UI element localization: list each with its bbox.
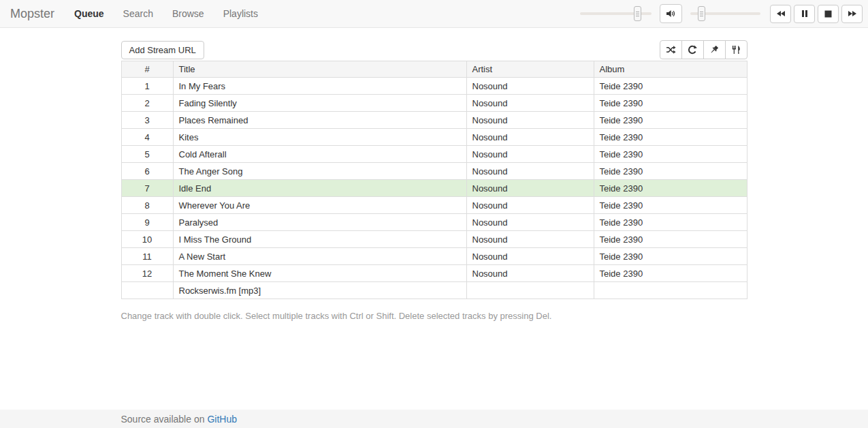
cell-num: 10	[121, 231, 173, 248]
table-row[interactable]: 12The Moment She KnewNosoundTeide 2390	[121, 265, 747, 282]
cell-title: Fading Silently	[173, 95, 466, 112]
cell-num: 11	[121, 248, 173, 265]
cell-artist: Nosound	[466, 197, 594, 214]
table-row[interactable]: 2Fading SilentlyNosoundTeide 2390	[121, 95, 747, 112]
cell-title: Places Remained	[173, 112, 466, 129]
cell-artist: Nosound	[466, 231, 594, 248]
cell-num: 2	[121, 95, 173, 112]
usage-hint: Change track with double click. Select m…	[121, 311, 748, 321]
pause-button[interactable]	[794, 5, 815, 23]
cell-num: 5	[121, 146, 173, 163]
navbar: Mopster QueueSearchBrowsePlaylists	[0, 0, 868, 28]
table-row[interactable]: Rockserwis.fm [mp3]	[121, 282, 747, 299]
navbar-items: QueueSearchBrowsePlaylists	[65, 0, 268, 27]
player-controls	[580, 0, 863, 27]
table-row[interactable]: 1In My FearsNosoundTeide 2390	[121, 78, 747, 95]
single-mode-button[interactable]	[703, 40, 726, 59]
cell-artist: Nosound	[466, 265, 594, 282]
footer-text: Source available on	[121, 414, 205, 425]
volume-up-icon	[666, 9, 676, 18]
cell-num: 1	[121, 78, 173, 95]
column-header: Title	[173, 61, 466, 78]
table-row[interactable]: 6The Anger SongNosoundTeide 2390	[121, 163, 747, 180]
volume-slider-handle[interactable]	[698, 6, 705, 21]
table-row[interactable]: 10I Miss The GroundNosoundTeide 2390	[121, 231, 747, 248]
shuffle-icon	[666, 45, 676, 55]
cell-artist: Nosound	[466, 112, 594, 129]
consume-mode-button[interactable]	[725, 40, 748, 59]
cell-album: Teide 2390	[594, 78, 747, 95]
volume-slider[interactable]	[690, 5, 760, 22]
cell-title: Kites	[173, 129, 466, 146]
cell-artist	[466, 282, 594, 299]
table-row[interactable]: 11A New StartNosoundTeide 2390	[121, 248, 747, 265]
table-row[interactable]: 8Wherever You AreNosoundTeide 2390	[121, 197, 747, 214]
cell-title: A New Start	[173, 248, 466, 265]
table-row[interactable]: 4KitesNosoundTeide 2390	[121, 129, 747, 146]
table-row[interactable]: 7Idle EndNosoundTeide 2390	[121, 180, 747, 197]
cell-title: Cold Afterall	[173, 146, 466, 163]
stop-icon	[824, 10, 832, 18]
github-link[interactable]: GitHub	[207, 414, 237, 425]
cell-album: Teide 2390	[594, 112, 747, 129]
cell-album: Teide 2390	[594, 197, 747, 214]
nav-item-queue[interactable]: Queue	[65, 0, 114, 27]
cell-album: Teide 2390	[594, 95, 747, 112]
queue-table-body: 1In My FearsNosoundTeide 23902Fading Sil…	[121, 78, 747, 299]
nav-item-browse[interactable]: Browse	[163, 0, 214, 27]
table-row[interactable]: 5Cold AfterallNosoundTeide 2390	[121, 146, 747, 163]
cell-album: Teide 2390	[594, 248, 747, 265]
shuffle-button[interactable]	[660, 40, 682, 59]
seek-slider[interactable]	[580, 5, 652, 22]
repeat-button[interactable]	[681, 40, 704, 59]
cell-album: Teide 2390	[594, 265, 747, 282]
cell-num: 7	[121, 180, 173, 197]
cell-title: I Miss The Ground	[173, 231, 466, 248]
nav-item-playlists[interactable]: Playlists	[214, 0, 268, 27]
seek-slider-handle[interactable]	[634, 6, 641, 21]
cell-num: 9	[121, 214, 173, 231]
cell-artist: Nosound	[466, 146, 594, 163]
volume-mute-button[interactable]	[660, 4, 682, 23]
cell-title: Rockserwis.fm [mp3]	[173, 282, 466, 299]
cell-num: 6	[121, 163, 173, 180]
cell-album	[594, 282, 747, 299]
table-row[interactable]: 9ParalysedNosoundTeide 2390	[121, 214, 747, 231]
cell-artist: Nosound	[466, 248, 594, 265]
cell-title: In My Fears	[173, 78, 466, 95]
column-header: Artist	[466, 61, 594, 78]
app-brand[interactable]: Mopster	[0, 7, 65, 21]
table-row[interactable]: 3Places RemainedNosoundTeide 2390	[121, 112, 747, 129]
cutlery-icon	[731, 45, 741, 55]
footer: Source available on GitHub	[0, 410, 868, 428]
cell-album: Teide 2390	[594, 129, 747, 146]
cell-artist: Nosound	[466, 95, 594, 112]
column-header: Album	[594, 61, 747, 78]
nav-item-search[interactable]: Search	[114, 0, 163, 27]
cell-album: Teide 2390	[594, 146, 747, 163]
next-button[interactable]	[841, 5, 863, 23]
stop-button[interactable]	[818, 5, 839, 23]
previous-button[interactable]	[770, 5, 791, 23]
cell-title: Wherever You Are	[173, 197, 466, 214]
add-stream-url-button[interactable]: Add Stream URL	[121, 41, 204, 59]
main-content: Add Stream URL	[121, 40, 748, 321]
repeat-icon	[688, 45, 697, 55]
cell-artist: Nosound	[466, 180, 594, 197]
pushpin-icon	[709, 45, 719, 55]
cell-album: Teide 2390	[594, 231, 747, 248]
cell-num: 3	[121, 112, 173, 129]
queue-toolbar: Add Stream URL	[121, 40, 748, 59]
cell-album: Teide 2390	[594, 163, 747, 180]
cell-title: The Moment She Knew	[173, 265, 466, 282]
cell-artist: Nosound	[466, 129, 594, 146]
cell-title: Idle End	[173, 180, 466, 197]
forward-icon	[848, 10, 857, 18]
column-header: #	[121, 61, 173, 78]
queue-table-header: #TitleArtistAlbum	[121, 61, 747, 78]
cell-album: Teide 2390	[594, 180, 747, 197]
cell-artist: Nosound	[466, 78, 594, 95]
cell-num: 12	[121, 265, 173, 282]
playback-mode-buttons	[660, 40, 748, 59]
cell-artist: Nosound	[466, 214, 594, 231]
